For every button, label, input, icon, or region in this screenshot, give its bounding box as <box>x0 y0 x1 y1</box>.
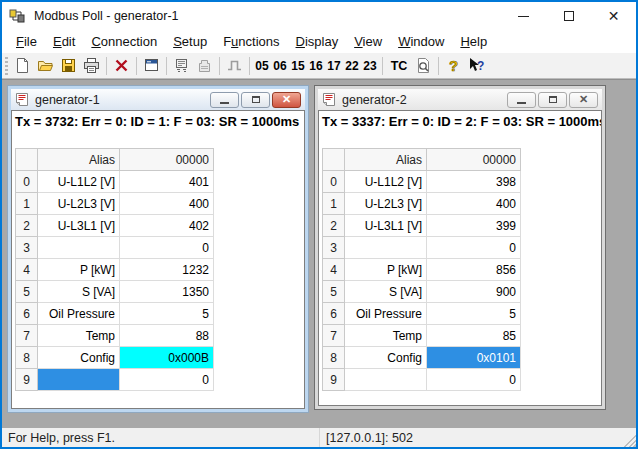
setup-window-button[interactable] <box>140 55 163 77</box>
alias-cell[interactable]: U-L3L1 [V] <box>38 215 120 237</box>
menu-edit[interactable]: Edit <box>45 32 83 51</box>
child-titlebar-generator-1[interactable]: generator-1 ✕ <box>11 89 305 110</box>
value-cell[interactable]: 401 <box>120 171 214 193</box>
alias-cell[interactable]: Oil Pressure <box>38 303 120 325</box>
maximize-button[interactable] <box>546 2 591 30</box>
table-row: 1 U-L2L3 [V] 400 <box>323 193 521 215</box>
value-cell[interactable]: 0 <box>427 237 521 259</box>
find-button[interactable] <box>412 55 435 77</box>
child-client-area: Tx = 3732: Err = 0: ID = 1: F = 03: SR =… <box>11 110 305 409</box>
context-help-button[interactable]: ? <box>465 55 488 77</box>
alias-cell[interactable]: Oil Pressure <box>345 303 427 325</box>
printer-icon <box>83 57 100 74</box>
child-close-button[interactable]: ✕ <box>272 92 301 108</box>
register-grid: Alias 00000 0 U-L1L2 [V] 398 1 U-L2L3 [V… <box>322 148 521 391</box>
value-cell[interactable]: 399 <box>427 215 521 237</box>
print-button[interactable] <box>80 55 103 77</box>
value-cell[interactable]: 0 <box>120 237 214 259</box>
row-number: 3 <box>323 237 345 259</box>
close-button[interactable]: ✕ <box>591 2 636 30</box>
alias-cell[interactable]: U-L2L3 [V] <box>345 193 427 215</box>
alias-cell[interactable]: Temp <box>345 325 427 347</box>
poll-status-line: Tx = 3732: Err = 0: ID = 1: F = 03: SR =… <box>12 111 304 132</box>
child-restore-button[interactable] <box>241 92 270 108</box>
value-cell[interactable]: 900 <box>427 281 521 303</box>
menu-display[interactable]: Display <box>288 32 347 51</box>
minimize-button[interactable] <box>501 2 546 30</box>
alias-cell[interactable] <box>345 369 427 391</box>
child-title-label: generator-2 <box>342 93 407 107</box>
alias-cell[interactable]: Temp <box>38 325 120 347</box>
function-22-button[interactable]: 22 <box>343 55 361 77</box>
alias-cell[interactable]: U-L1L2 [V] <box>345 171 427 193</box>
comm-traffic-button[interactable] <box>193 55 216 77</box>
save-floppy-icon <box>60 57 77 74</box>
alias-cell[interactable]: U-L3L1 [V] <box>345 215 427 237</box>
function-16-button[interactable]: 16 <box>307 55 325 77</box>
cancel-button[interactable] <box>110 55 133 77</box>
test-center-button[interactable]: TC <box>386 55 412 77</box>
value-cell[interactable]: 88 <box>120 325 214 347</box>
alias-cell[interactable] <box>345 237 427 259</box>
menu-view[interactable]: View <box>346 32 390 51</box>
value-cell[interactable]: 0 <box>427 369 521 391</box>
alias-cell[interactable]: U-L1L2 [V] <box>38 171 120 193</box>
table-row: 7 Temp 88 <box>16 325 214 347</box>
table-row: 0 U-L1L2 [V] 398 <box>323 171 521 193</box>
help-button[interactable]: ? <box>442 55 465 77</box>
function-15-button[interactable]: 15 <box>289 55 307 77</box>
menubar: File Edit Connection Setup Functions Dis… <box>2 30 636 53</box>
poll-definition-button[interactable] <box>170 55 193 77</box>
alias-cell-selected[interactable] <box>38 369 120 391</box>
menu-help[interactable]: Help <box>452 32 495 51</box>
menu-functions[interactable]: Functions <box>215 32 287 51</box>
child-close-button[interactable]: ✕ <box>569 92 598 108</box>
function-17-button[interactable]: 17 <box>325 55 343 77</box>
child-caption-buttons: ✕ <box>210 92 305 108</box>
new-button[interactable] <box>11 55 34 77</box>
setup-window-icon <box>143 57 160 74</box>
alias-cell[interactable]: U-L2L3 [V] <box>38 193 120 215</box>
menu-window[interactable]: Window <box>390 32 452 51</box>
alias-cell[interactable]: Config <box>38 347 120 369</box>
config-value-cell-highlighted[interactable]: 0x000B <box>120 347 214 369</box>
child-minimize-button[interactable] <box>507 92 536 108</box>
pulse-button[interactable] <box>223 55 246 77</box>
value-cell[interactable]: 856 <box>427 259 521 281</box>
function-05-button[interactable]: 05 <box>253 55 271 77</box>
alias-cell[interactable]: S [VA] <box>38 281 120 303</box>
value-cell[interactable]: 85 <box>427 325 521 347</box>
toolbar-grip[interactable] <box>5 57 8 75</box>
value-cell[interactable]: 5 <box>120 303 214 325</box>
value-cell[interactable]: 0 <box>120 369 214 391</box>
caption-buttons: ✕ <box>501 2 636 30</box>
titlebar[interactable]: Modbus Poll - generator-1 ✕ <box>2 2 636 30</box>
resize-grip[interactable] <box>622 433 636 447</box>
value-cell[interactable]: 5 <box>427 303 521 325</box>
child-titlebar-generator-2[interactable]: generator-2 ✕ <box>318 89 602 110</box>
open-button[interactable] <box>34 55 57 77</box>
value-cell[interactable]: 1232 <box>120 259 214 281</box>
value-cell[interactable]: 400 <box>427 193 521 215</box>
function-23-button[interactable]: 23 <box>361 55 379 77</box>
value-cell[interactable]: 398 <box>427 171 521 193</box>
function-06-button[interactable]: 06 <box>271 55 289 77</box>
value-cell[interactable]: 402 <box>120 215 214 237</box>
alias-cell[interactable]: S [VA] <box>345 281 427 303</box>
alias-cell[interactable]: P [kW] <box>345 259 427 281</box>
alias-cell[interactable]: Config <box>345 347 427 369</box>
menu-file[interactable]: File <box>8 32 45 51</box>
alias-cell[interactable] <box>38 237 120 259</box>
menu-setup[interactable]: Setup <box>165 32 215 51</box>
alias-cell[interactable]: P [kW] <box>38 259 120 281</box>
value-cell[interactable]: 400 <box>120 193 214 215</box>
table-row: 7 Temp 85 <box>323 325 521 347</box>
save-button[interactable] <box>57 55 80 77</box>
child-restore-button[interactable] <box>538 92 567 108</box>
child-minimize-button[interactable] <box>210 92 239 108</box>
minimize-icon <box>518 16 529 17</box>
close-icon: ✕ <box>579 94 588 105</box>
value-cell[interactable]: 1350 <box>120 281 214 303</box>
menu-connection[interactable]: Connection <box>83 32 165 51</box>
config-value-cell-selected[interactable]: 0x0101 <box>427 347 521 369</box>
